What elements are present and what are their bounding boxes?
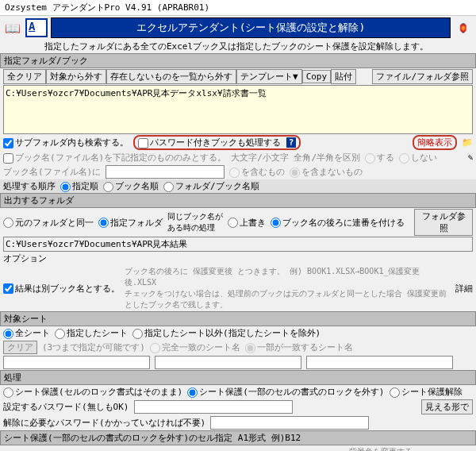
paste-button[interactable]: 貼付 [331,69,356,84]
order-folder-radio[interactable]: フォルダ/ブック名順 [163,180,259,192]
target-specified-radio[interactable]: 指定したシート [55,327,128,339]
show-visible-button[interactable]: 見える形で [421,399,473,414]
bookname-input[interactable] [106,165,225,179]
out-specified-radio[interactable]: 指定フォルダ [98,217,163,229]
sheet-name-1[interactable] [3,356,150,369]
page-title: エクセルアテンダント(シート保護の設定と解除) [51,17,451,38]
brief-display-highlight: 簡略表示 [413,135,457,150]
order-specified-radio[interactable]: 指定順 [60,180,98,192]
missing-button[interactable]: 存在しないものを一覧から外す [106,69,236,84]
output-folder-ref-button[interactable]: フォルダ参照 [414,209,473,236]
exclude-button[interactable]: 対象から外す [46,69,106,84]
bookname-in-label: ブック名(ファイル名)に [3,166,101,178]
bookname-filter-checkbox[interactable]: ブック名(ファイル名)を下記指定のもののみとする。 [3,152,226,164]
set-pw-input[interactable] [134,400,293,414]
order-bookname-radio[interactable]: ブック名順 [103,180,159,192]
contain-radio[interactable]: を含むもの [229,166,285,178]
target-hint: (3つまで指定が可能です) [42,341,145,353]
a-badge-icon: A [25,18,48,37]
exact-match-radio[interactable]: 完全一致のシート名 [150,341,240,353]
proc-lock-radio[interactable]: シート保護(セルのロック書式はそのまま) [3,386,182,398]
same-name-note: 同じブック名が ある時の処理 [167,211,223,233]
case-no-radio[interactable]: しない [399,152,437,164]
notcontain-radio[interactable]: を含まないもの [290,166,363,178]
target-clear-button[interactable]: クリア [3,341,37,354]
cell-spec-label: シート保護(一部のセルの書式のロックを外す)のセル指定 A1形式 例)B12 [0,430,476,445]
help-icon[interactable]: ? [286,137,297,148]
rel-pw-label: 解除に必要なパスワード(かかっていなければ不要) [3,417,205,429]
section-folder-label: 指定フォルダ/ブック [0,53,476,68]
target-except-radio[interactable]: 指定したシート以外(指定したシートを除外) [132,327,321,339]
book-icon[interactable]: 📖 [3,20,22,36]
subfolder-checkbox[interactable]: サブフォルダ内も検索する。 [3,137,129,148]
pencil-icon[interactable]: ✎ [467,152,473,163]
lamp-icon[interactable]: 🏮 [454,20,473,36]
case-label: 大文字/小文字 全角/半角を区別 [231,152,360,164]
bg-color-note[interactable]: 背景色を変更するにはここをクリック [349,446,420,451]
password-book-checkbox[interactable]: パスワード付きブックも処理する [138,137,281,148]
set-pw-label: 設定するパスワード(無しもOK) [3,401,129,413]
proc-partial-radio[interactable]: シート保護(一部のセルの書式のロックを外す) [187,386,384,398]
case-yes-radio[interactable]: する [365,152,394,164]
target-sheet-label: 対象シート [0,311,476,326]
toolbar: 全クリア 対象から外す 存在しないものを一覧から外す テンプレート▼ Copy … [0,68,476,85]
folder-icon[interactable]: 📁 [462,137,473,148]
order-label: 処理する順序 [3,180,56,192]
option-label: オプション [0,252,476,265]
output-folder-label: 出力するフォルダ [0,193,476,208]
out-same-radio[interactable]: 元のフォルダと同一 [3,217,94,229]
window-titlebar: Ozsystem アテンダントPro V4.91 (APRABR01) [0,0,476,16]
sep-book-checkbox[interactable]: 結果は別ブック名とする。 [3,283,120,295]
file-folder-ref-button[interactable]: ファイル/フォルダ参照 [372,69,473,84]
copy-button[interactable]: Copy [302,70,332,83]
process-label: 処理 [0,370,476,385]
output-path[interactable]: C:¥Users¥ozcr7¥Documents¥APR見本結果 [3,237,473,252]
out-overwrite-radio[interactable]: 上書き [228,217,266,229]
brief-display-link[interactable]: 簡略表示 [417,137,452,148]
detail-link[interactable]: 詳細 [455,283,473,295]
target-all-radio[interactable]: 全シート [3,327,50,339]
sheet-name-3[interactable] [306,356,453,369]
proc-unlock-radio[interactable]: シート保護解除 [390,386,463,398]
option-note: ブック名の後ろに 保護変更後 とつきます。 例) BOOK1.XLSX→BOOK… [125,266,451,310]
folder-list-textarea[interactable]: C:¥Users¥ozcr7¥Documents¥APR見本データxlsx¥請求… [3,85,473,134]
description: 指定したフォルダにある全てのExcelブック又は指定したブックのシート保護を設定… [0,40,476,53]
password-book-highlight: パスワード付きブックも処理する ? [133,135,301,150]
out-serial-radio[interactable]: ブック名の後ろに連番を付ける [271,217,405,229]
sheet-name-2[interactable] [155,356,301,369]
rel-pw-input[interactable] [210,416,369,430]
clear-button[interactable]: 全クリア [3,69,46,84]
partial-match-radio[interactable]: 一部が一致するシート名 [245,341,353,353]
template-button[interactable]: テンプレート▼ [236,69,302,84]
